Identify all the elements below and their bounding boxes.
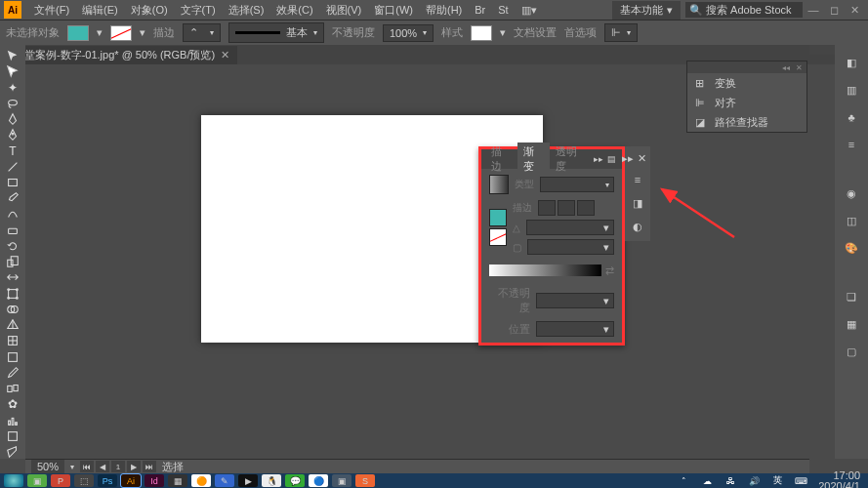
nav-page[interactable]: 1 <box>111 461 125 472</box>
nav-first[interactable]: ⏮ <box>80 461 94 472</box>
stop-opacity[interactable]: ▾ <box>536 293 614 308</box>
menu-edit[interactable]: 编辑(E) <box>76 1 124 20</box>
tool-artboard[interactable] <box>2 429 23 443</box>
taskbar-app7[interactable]: ▣ <box>332 474 351 487</box>
tray-sound[interactable]: 🔊 <box>744 474 764 487</box>
win-close[interactable]: ✕ <box>845 4 864 17</box>
taskbar-explorer[interactable]: ▣ <box>27 474 47 487</box>
taskbar-app5[interactable]: ▶ <box>238 474 258 487</box>
tool-rectangle[interactable] <box>2 176 23 189</box>
strip-gradient-icon[interactable]: ◨ <box>629 194 646 212</box>
stroke-weight[interactable]: ⌃▾ <box>183 23 221 42</box>
tool-eraser[interactable] <box>2 224 23 237</box>
gradient-aspect[interactable]: ▾ <box>527 239 614 255</box>
align-to[interactable]: ⊩▾ <box>604 23 638 42</box>
document-tab[interactable]: 课堂案例-数字-01.jpg* @ 50% (RGB/预览) ✕ <box>6 46 237 64</box>
taskbar-app2[interactable]: ▦ <box>168 474 187 487</box>
menu-btn-br[interactable]: Br <box>469 2 491 18</box>
panel-menu-icon[interactable]: ▤ <box>605 154 618 164</box>
tray-keyboard[interactable]: ⌨ <box>791 474 810 487</box>
menu-help[interactable]: 帮助(H) <box>420 1 468 20</box>
menu-btn-st[interactable]: St <box>492 2 514 18</box>
panel-icon-layers[interactable]: ❏ <box>841 287 862 306</box>
taskbar-app3[interactable]: 🟠 <box>191 474 211 487</box>
panel-close-icon[interactable]: ✕ <box>796 63 803 72</box>
strip-stroke-icon[interactable]: ≡ <box>629 171 646 188</box>
tool-magic-wand[interactable]: ✦ <box>2 80 23 94</box>
stroke-align-1[interactable] <box>538 200 556 216</box>
taskbar-ppt[interactable]: P <box>51 474 70 487</box>
tab-opacity[interactable]: 透明度 <box>550 142 592 176</box>
gradient-ramp[interactable] <box>489 264 601 276</box>
tool-scale[interactable] <box>2 255 23 268</box>
taskbar-wechat[interactable]: 💬 <box>285 474 305 487</box>
fill-indicator[interactable] <box>489 209 507 226</box>
panel-icon-artboards[interactable]: ▢ <box>841 342 862 361</box>
panel-icon-color[interactable]: 🎨 <box>841 238 862 258</box>
tool-shape-builder[interactable] <box>2 303 23 316</box>
taskbar-ai[interactable]: Ai <box>121 474 141 487</box>
menu-select[interactable]: 选择(S) <box>223 1 270 20</box>
search-stock[interactable]: 🔍 搜索 Adobe Stock <box>685 2 803 18</box>
prefs-button[interactable]: 首选项 <box>564 25 597 40</box>
tool-direct-selection[interactable] <box>2 64 23 78</box>
tool-selection[interactable] <box>2 49 23 62</box>
strip-close-icon[interactable]: ✕ <box>638 152 646 165</box>
gradient-angle[interactable]: ▾ <box>526 220 614 235</box>
tray-up[interactable]: ˄ <box>674 474 693 487</box>
gradient-type-dropdown[interactable]: ▾ <box>540 177 614 192</box>
tray-onedrive[interactable]: ☁ <box>697 474 717 487</box>
taskbar-qq[interactable]: 🐧 <box>262 474 281 487</box>
stroke-indicator[interactable] <box>489 228 507 246</box>
start-button[interactable] <box>4 474 23 487</box>
panel-icon-stroke2[interactable]: ◫ <box>841 211 862 230</box>
tray-net[interactable]: 🖧 <box>721 474 740 487</box>
panel-transform[interactable]: ⊞变换 <box>687 73 806 93</box>
workspace-switcher[interactable]: 基本功能▾ <box>612 1 681 20</box>
menu-file[interactable]: 文件(F) <box>28 1 75 20</box>
taskbar-id[interactable]: Id <box>145 474 164 487</box>
menu-object[interactable]: 对象(O) <box>125 1 174 20</box>
opacity-val[interactable]: 100%▾ <box>383 24 434 42</box>
tool-column-graph[interactable] <box>2 413 23 427</box>
panel-icon-asset[interactable]: ▦ <box>841 314 862 334</box>
menu-view[interactable]: 视图(V) <box>320 1 368 20</box>
menu-effect[interactable]: 效果(C) <box>270 1 318 20</box>
tool-width[interactable] <box>2 270 23 284</box>
tool-line[interactable] <box>2 160 23 174</box>
panel-icon-swatches[interactable]: ♣ <box>841 107 862 127</box>
panel-icon-properties[interactable]: ◧ <box>841 53 862 72</box>
stroke-align-3[interactable] <box>577 200 595 216</box>
taskbar-ps[interactable]: Ps <box>98 474 117 487</box>
stop-position[interactable]: ▾ <box>536 321 614 337</box>
fill-swatch[interactable] <box>67 25 89 41</box>
panel-collapse-icon[interactable]: ◂◂ <box>782 63 790 72</box>
tool-rotate[interactable] <box>2 239 23 253</box>
doc-setup-button[interactable]: 文档设置 <box>514 25 557 40</box>
panel-pathfinder[interactable]: ◪路径查找器 <box>687 112 806 132</box>
panel-icon-library[interactable]: ▥ <box>841 80 862 100</box>
strip-collapse-icon[interactable]: ▸▸ <box>622 152 634 165</box>
panel-icon-symbols[interactable]: ◉ <box>841 183 862 203</box>
panel-expand-icon[interactable]: ▸▸ <box>592 154 605 164</box>
taskbar-app8[interactable]: S <box>355 474 375 487</box>
brush-def[interactable]: 基本▾ <box>228 22 324 43</box>
menu-type[interactable]: 文字(T) <box>175 1 222 20</box>
nav-prev[interactable]: ◀ <box>96 461 109 472</box>
tool-paintbrush[interactable] <box>2 191 23 205</box>
tool-symbol-sprayer[interactable]: ✿ <box>2 397 23 411</box>
taskbar-app1[interactable]: ⬚ <box>74 474 94 487</box>
taskbar-app6[interactable]: 🔵 <box>309 474 328 487</box>
gradient-preview[interactable] <box>489 175 509 194</box>
zoom-level[interactable]: 50% <box>31 460 64 473</box>
strip-transparency-icon[interactable]: ◐ <box>629 218 646 235</box>
tool-curvature[interactable] <box>2 128 23 142</box>
tool-slice[interactable] <box>2 445 23 459</box>
tool-mesh[interactable] <box>2 334 23 347</box>
style-swatch[interactable] <box>471 25 492 41</box>
tool-blend[interactable] <box>2 382 23 395</box>
tool-lasso[interactable] <box>2 97 23 110</box>
close-tab-icon[interactable]: ✕ <box>221 49 229 61</box>
tray-ime[interactable]: 英 <box>767 474 787 487</box>
panel-icon-brushes[interactable]: ≡ <box>841 135 862 154</box>
